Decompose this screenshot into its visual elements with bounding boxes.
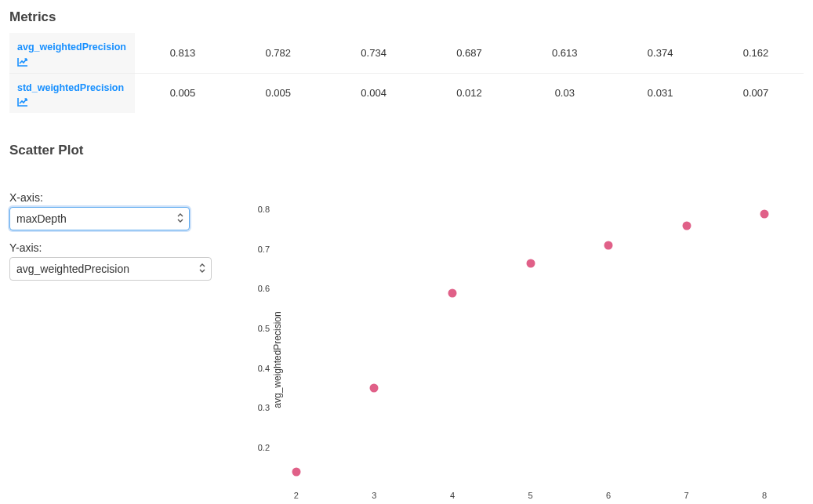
scatter-point[interactable] [448,288,456,297]
x-axis-select[interactable]: maxDepth [9,207,190,230]
scatter-point[interactable] [292,467,300,476]
metric-value: 0.007 [708,73,804,113]
metric-value: 0.613 [517,33,612,73]
x-tick: 2 [294,491,299,500]
scatter-point[interactable] [760,209,769,218]
metrics-table: avg_weightedPrecision0.8130.7820.7340.68… [9,33,804,113]
y-tick: 0.7 [248,245,270,254]
y-axis-select[interactable]: avg_weightedPrecision [9,257,212,281]
metric-value: 0.162 [708,33,804,73]
metric-value: 0.004 [326,73,422,113]
y-tick: 0.4 [248,364,270,373]
scatter-point[interactable] [604,241,613,249]
chart-icon[interactable] [17,97,127,107]
metric-value: 0.374 [612,33,708,73]
scatter-controls: X-axis: maxDepth Y-axis: avg_weightedPre… [9,191,229,504]
x-tick: 4 [450,491,455,500]
x-tick: 5 [528,491,532,500]
scatter-point[interactable] [526,259,535,268]
x-axis-label: X-axis: [9,191,205,204]
table-row: avg_weightedPrecision0.8130.7820.7340.68… [9,33,804,73]
metric-link[interactable]: std_weightedPrecision [17,82,127,96]
y-axis-label: Y-axis: [9,241,205,254]
y-tick: 0.6 [248,284,270,293]
metrics-header: Metrics [9,9,804,25]
metric-value: 0.782 [230,33,326,73]
scatter-point[interactable] [370,383,379,392]
x-tick: 8 [762,491,767,500]
scatter-header: Scatter Plot [9,143,804,158]
metric-value: 0.734 [326,33,422,73]
y-tick: 0.8 [248,205,270,214]
y-tick: 0.5 [248,324,270,333]
scatter-chart: avg_weightedPrecision 0.20.30.40.50.60.7… [229,191,804,504]
y-tick: 0.3 [248,403,270,412]
metric-value: 0.005 [135,73,230,113]
metric-value: 0.687 [422,33,517,73]
y-tick: 0.2 [248,443,270,452]
scatter-point[interactable] [682,222,691,230]
chart-icon[interactable] [17,57,127,67]
metric-value: 0.813 [135,33,230,73]
metric-value: 0.012 [422,73,517,113]
metric-value: 0.03 [517,73,612,113]
metric-value: 0.005 [230,73,326,113]
metric-link[interactable]: avg_weightedPrecision [17,41,127,55]
metric-label-cell: avg_weightedPrecision [9,33,135,73]
metric-value: 0.031 [612,73,708,113]
x-tick: 6 [606,491,611,500]
x-tick: 7 [684,491,689,500]
x-tick: 3 [372,491,376,500]
metric-label-cell: std_weightedPrecision [9,73,135,113]
table-row: std_weightedPrecision0.0050.0050.0040.01… [9,73,804,113]
